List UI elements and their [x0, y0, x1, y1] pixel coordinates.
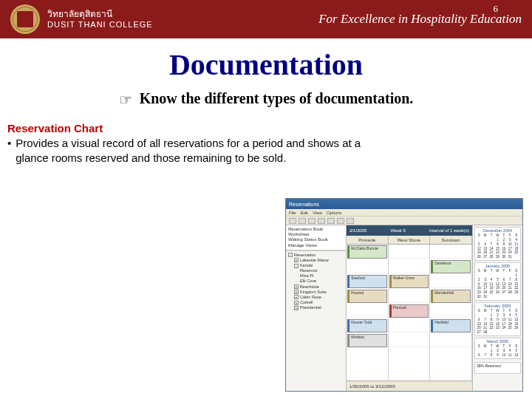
pointing-hand-icon: ☞: [119, 91, 132, 109]
sidebar-links: Reservation Book Worksheet Waiting Statu…: [286, 225, 346, 250]
subtitle-row: ☞ Know the different types of documentat…: [0, 89, 532, 107]
mini-calendar[interactable]: February 2005 SMTWTFS 123456789101112131…: [474, 302, 521, 336]
booking-block[interactable]: Danielson: [431, 260, 471, 273]
header-left: วิทยาลัยดุสิตธานี DUSIT THANI COLLEGE: [10, 4, 153, 34]
bullet-dot-icon: •: [7, 136, 11, 151]
tree-item[interactable]: Elk Cove: [287, 279, 345, 284]
tree-item[interactable]: Mica Pt: [287, 273, 345, 279]
booking-block[interactable]: Walker Grant: [389, 275, 429, 288]
toolbar-button-icon[interactable]: [347, 218, 354, 224]
menu-item[interactable]: Options: [327, 211, 342, 215]
tree-expand-icon[interactable]: +: [294, 284, 299, 289]
mini-calendar-title: December 2004: [476, 228, 519, 233]
college-name-en: DUSIT THANI COLLEGE: [47, 20, 153, 29]
column-header[interactable]: West Shore: [389, 236, 431, 244]
bullet-item: • Provides a visual record of all reserv…: [7, 136, 377, 166]
bottom-bar: 1/30/2005 to 3/12/2005: [347, 381, 472, 391]
booking-block[interactable]: McClaire Bonnie: [347, 245, 387, 259]
section-heading: Reservation Chart: [7, 122, 516, 134]
date-header-bar: 2/1/2005 Week 5 Interval of 1 week(s): [347, 225, 472, 236]
page-number: 6: [494, 3, 499, 15]
app-titlebar: Reservations: [286, 199, 522, 209]
column-header[interactable]: Pinnacle: [347, 236, 389, 244]
toolbar-button-icon[interactable]: [327, 218, 335, 224]
tree-item[interactable]: +Lakeside Manor: [287, 258, 345, 263]
mini-calendar-title: February 2005: [476, 304, 519, 309]
sidebar-link[interactable]: Waiting Status Book: [288, 237, 344, 242]
app-title: Reservations: [289, 202, 319, 207]
app-calendar-panel: December 2004 SMTWTFS 123456789101112131…: [472, 225, 522, 391]
booking-block[interactable]: Hartfield: [431, 319, 471, 332]
tree-item[interactable]: +Kingdom Suite: [287, 290, 345, 295]
toolbar-button-icon[interactable]: [299, 218, 306, 224]
tree-expand-icon[interactable]: -: [294, 264, 299, 268]
sidebar-tree: - Reservation +Lakeside Manor -Kendal Re…: [286, 250, 346, 391]
toolbar-button-icon[interactable]: [308, 218, 316, 224]
tree-item[interactable]: +Cabin Rose: [287, 295, 345, 300]
slide-subtitle: Know the different types of documentatio…: [140, 90, 414, 107]
booking-block[interactable]: Howard: [347, 290, 387, 303]
tree-expand-icon[interactable]: +: [294, 306, 299, 310]
sidebar-link[interactable]: Manage Views: [288, 243, 344, 248]
date-range: 1/30/2005 to 3/12/2005: [349, 384, 395, 389]
tree-expand-icon[interactable]: -: [288, 253, 293, 257]
menu-item[interactable]: File: [289, 211, 296, 215]
tree-item[interactable]: +Beachside: [287, 284, 345, 290]
app-main: 2/1/2005 Week 5 Interval of 1 week(s) Pi…: [347, 225, 472, 391]
column-headers: Pinnacle West Shore Sundown: [347, 236, 472, 245]
college-name-block: วิทยาลัยดุสิตธานี DUSIT THANI COLLEGE: [47, 10, 153, 28]
mini-calendar[interactable]: March 2005 SMTWTFS 123456789101112: [474, 338, 521, 359]
booking-block[interactable]: Stanford: [347, 275, 387, 288]
tree-expand-icon[interactable]: +: [294, 295, 299, 299]
slide-header: วิทยาลัยดุสิตธานี DUSIT THANI COLLEGE 6 …: [0, 0, 532, 38]
content-area: Reservation Chart • Provides a visual re…: [0, 107, 532, 166]
college-name-thai: วิทยาลัยดุสิตธานี: [47, 10, 153, 19]
toolbar-button-icon[interactable]: [318, 218, 325, 224]
reservation-app-screenshot: Reservations File Edit View Options Rese…: [285, 198, 523, 392]
menu-item[interactable]: View: [313, 211, 322, 215]
booking-block[interactable]: Mendenhall: [431, 290, 471, 303]
booking-block[interactable]: Winfield: [347, 334, 387, 347]
mini-calendar[interactable]: December 2004 SMTWTFS 123456789101112131…: [474, 227, 521, 261]
tree-expand-icon[interactable]: +: [294, 301, 299, 305]
app-toolbar: [286, 216, 522, 225]
tree-item[interactable]: +Presidential: [287, 305, 345, 310]
app-sidebar: Reservation Book Worksheet Waiting Statu…: [286, 225, 347, 391]
booking-block[interactable]: Hoover Todd: [347, 319, 387, 332]
mini-calendar-title: March 2005: [476, 339, 519, 344]
header-tagline: For Excellence in Hospitality Education: [318, 12, 522, 27]
slide-title: Documentation: [0, 47, 532, 82]
tree-expand-icon[interactable]: +: [294, 290, 299, 294]
column-header[interactable]: Sundown: [430, 236, 472, 244]
mini-calendar[interactable]: January 2005 SMTWTFS 1234567891011121314…: [474, 262, 521, 301]
date-label: 2/1/2005: [349, 228, 366, 233]
toolbar-button-icon[interactable]: [289, 218, 296, 224]
tree-expand-icon[interactable]: +: [294, 258, 299, 262]
toolbar-button-icon[interactable]: [337, 218, 344, 224]
tree-item[interactable]: -Kendal: [287, 263, 345, 268]
reservation-grid: McClaire Bonnie Stanford Howard Hoover T…: [347, 245, 472, 381]
sidebar-link[interactable]: Worksheet: [288, 232, 344, 237]
week-label: Week 5: [391, 228, 406, 233]
sidebar-link[interactable]: Reservation Book: [288, 227, 344, 232]
tree-root[interactable]: - Reservation: [287, 253, 345, 258]
tree-item[interactable]: +Cottrell: [287, 300, 345, 305]
occupancy-label: 38% Reserved: [474, 362, 521, 374]
booking-block[interactable]: Prescott: [389, 304, 429, 318]
interval-label: Interval of 1 week(s): [429, 228, 469, 233]
bullet-text: Provides a visual record of all reservat…: [16, 136, 377, 166]
college-logo-icon: [10, 4, 40, 34]
app-menubar: File Edit View Options: [286, 209, 522, 216]
mini-calendar-title: January 2005: [476, 264, 519, 269]
tree-item[interactable]: Reservoir: [287, 268, 345, 273]
menu-item[interactable]: Edit: [301, 211, 308, 215]
